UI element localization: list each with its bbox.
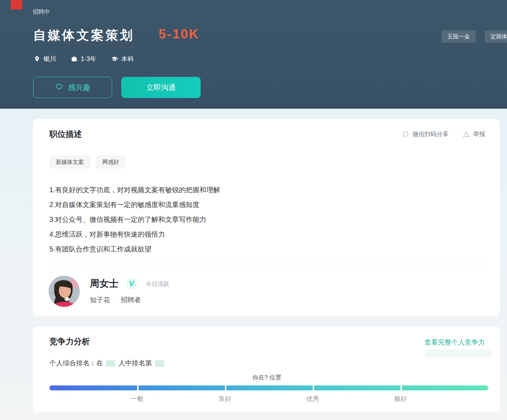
job-description-line: 1.有良好的文字功底，对对视频文案有敏锐的把握和理解 bbox=[49, 182, 455, 197]
experience-label: 1-3年 bbox=[81, 55, 96, 63]
location-item: 银川 bbox=[34, 55, 56, 63]
dot-separator: · bbox=[114, 296, 116, 304]
competitiveness-card: 竞争力分析 查看完整个人竞争力 个人综合排名：在 人中排名第 你在? 位置 一般… bbox=[33, 326, 500, 412]
benefit-chip: 定期体检 bbox=[485, 30, 507, 43]
job-description-line: 5.有团队合作意识和工作成就欲望 bbox=[49, 242, 455, 256]
bar-gap bbox=[137, 385, 139, 390]
card-divider bbox=[49, 264, 485, 264]
card-actions: 微信扫码分享 举报 bbox=[402, 130, 485, 138]
graduation-cap-icon bbox=[111, 56, 118, 62]
ranking-prefix: 个人综合排名：在 bbox=[49, 359, 103, 368]
bar-gap bbox=[313, 385, 314, 390]
interested-button[interactable]: 感兴趣 bbox=[33, 77, 112, 98]
location-label: 银川 bbox=[43, 55, 56, 63]
recruiter-name: 周女士 bbox=[90, 277, 118, 290]
report-button[interactable]: 举报 bbox=[463, 130, 485, 138]
bar-gap bbox=[401, 385, 402, 390]
job-skill-tag: 新媒体文案 bbox=[49, 156, 90, 169]
interested-label: 感兴趣 bbox=[68, 83, 90, 92]
job-description-line: 2.对自媒体文案策划有一定的敏感度和流量感知度 bbox=[49, 197, 455, 212]
wechat-share-button[interactable]: 微信扫码分享 bbox=[402, 130, 448, 138]
benefit-chip: 五险一金 bbox=[442, 30, 476, 43]
scale-label: 优秀 bbox=[306, 395, 319, 403]
salary-range: 5-10K bbox=[159, 27, 200, 42]
recruiter-role: 招聘者 bbox=[121, 296, 141, 305]
job-description-line: 4.思维活跃，对新事物有快速的领悟力 bbox=[49, 227, 455, 242]
experience-item: 1-3年 bbox=[71, 55, 96, 63]
scale-label: 一般 bbox=[131, 395, 143, 403]
job-description-title: 职位描述 bbox=[49, 129, 82, 140]
recruiter-subline: 知子花 · 招聘者 bbox=[90, 296, 141, 305]
red-corner-marker bbox=[11, 0, 22, 10]
company-name: 知子花 bbox=[90, 296, 110, 305]
bar-gap bbox=[225, 385, 226, 390]
job-title: 自媒体文案策划 bbox=[33, 27, 134, 44]
chat-now-button[interactable]: 立即沟通 bbox=[121, 77, 201, 98]
blurred-total-value bbox=[106, 360, 115, 367]
action-buttons: 感兴趣 立即沟通 bbox=[33, 77, 201, 98]
wechat-bubble-icon bbox=[402, 130, 409, 138]
blurred-rank-value bbox=[155, 360, 164, 367]
job-skill-tag: 网感好 bbox=[96, 156, 126, 169]
job-description-card: 职位描述 微信扫码分享 bbox=[33, 119, 500, 316]
warning-triangle-icon bbox=[463, 130, 470, 138]
job-meta-row: 银川 1-3年 本科 bbox=[34, 55, 134, 63]
benefit-tags: 五险一金定期体检 bbox=[442, 30, 507, 43]
competitiveness-title: 竞争力分析 bbox=[49, 336, 90, 347]
education-label: 本科 bbox=[121, 55, 134, 63]
view-full-competitiveness-link[interactable]: 查看完整个人竞争力 bbox=[424, 338, 485, 347]
competitiveness-scale-bar bbox=[49, 385, 488, 390]
recruiting-status: 招聘中 bbox=[33, 8, 50, 16]
wechat-share-label: 微信扫码分享 bbox=[413, 130, 448, 138]
briefcase-icon bbox=[71, 56, 78, 62]
report-label: 举报 bbox=[473, 130, 485, 138]
job-header: 招聘中 自媒体文案策划 5-10K 银川 1-3年 本科 bbox=[0, 0, 507, 109]
recruiter-avatar[interactable] bbox=[49, 276, 80, 307]
education-item: 本科 bbox=[111, 55, 134, 63]
scale-label: 良好 bbox=[219, 395, 231, 403]
recruiter-active-status: 今日活跃 bbox=[146, 280, 170, 288]
job-description-line: 3.对公众号、微信视频有一定的了解和文章写作能力 bbox=[49, 212, 455, 227]
heart-icon bbox=[55, 83, 63, 92]
faint-highlight bbox=[425, 349, 492, 357]
ranking-line: 个人综合排名：在 人中排名第 bbox=[49, 359, 164, 368]
ranking-middle: 人中排名第 bbox=[118, 359, 152, 368]
job-skill-tags: 新媒体文案网感好 bbox=[49, 156, 126, 169]
job-detail-page: 招聘中 自媒体文案策划 5-10K 银川 1-3年 本科 bbox=[0, 0, 507, 420]
scale-label: 极好 bbox=[394, 395, 407, 403]
chat-now-label: 立即沟通 bbox=[146, 83, 176, 92]
location-pin-icon bbox=[34, 55, 40, 62]
job-description-text: 1.有良好的文字功底，对对视频文案有敏锐的把握和理解2.对自媒体文案策划有一定的… bbox=[49, 182, 455, 256]
your-position-label: 你在? 位置 bbox=[252, 373, 281, 382]
verified-badge-icon: V bbox=[126, 278, 137, 289]
